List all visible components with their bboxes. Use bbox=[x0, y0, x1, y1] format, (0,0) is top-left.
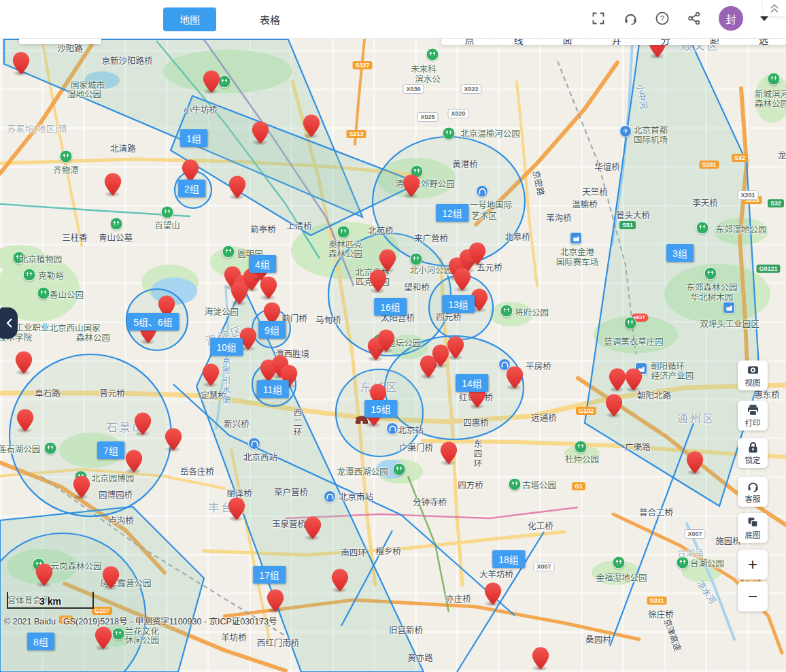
group-label[interactable]: 2组 bbox=[178, 180, 205, 197]
group-label[interactable]: 8组 bbox=[27, 633, 54, 650]
place-label: 国际赛车场 bbox=[556, 255, 599, 268]
group-label[interactable]: 16组 bbox=[374, 298, 407, 316]
place-label: 广渠路 bbox=[625, 440, 651, 453]
view-tabs: 地图 表格 bbox=[163, 7, 296, 31]
place-label: 京密引水渠 bbox=[220, 356, 233, 406]
group-label[interactable]: 1组 bbox=[180, 129, 207, 147]
map-pin[interactable] bbox=[605, 394, 623, 417]
map-pin[interactable] bbox=[447, 336, 464, 359]
map-pin[interactable] bbox=[252, 121, 269, 144]
avatar[interactable]: 封 bbox=[719, 6, 743, 31]
place-label: 普合二桥 bbox=[639, 505, 673, 518]
map-pin[interactable] bbox=[468, 242, 486, 265]
avatar-caret-icon[interactable] bbox=[760, 16, 768, 21]
map-pin[interactable] bbox=[15, 351, 33, 374]
group-label[interactable]: 7组 bbox=[97, 441, 124, 459]
group-label[interactable]: 15组 bbox=[364, 400, 397, 418]
headset-icon[interactable] bbox=[623, 11, 638, 26]
map-pin[interactable] bbox=[16, 409, 34, 432]
map-pin[interactable] bbox=[454, 268, 471, 291]
view-tool-label: 视图 bbox=[745, 377, 761, 388]
group-label[interactable]: 4组 bbox=[249, 255, 276, 273]
group-label[interactable]: 9组 bbox=[258, 321, 286, 339]
map-pin[interactable] bbox=[125, 450, 143, 473]
place-label: 羊坊桥 bbox=[221, 631, 247, 643]
map-pin[interactable] bbox=[202, 363, 220, 386]
park-icon bbox=[222, 246, 235, 258]
map-pin[interactable] bbox=[102, 566, 120, 589]
park-icon bbox=[768, 73, 781, 86]
group-region-polygon[interactable] bbox=[585, 39, 759, 506]
help-icon[interactable]: ? bbox=[655, 11, 670, 26]
map-pin[interactable] bbox=[228, 497, 245, 520]
park-icon bbox=[37, 287, 50, 300]
printer-icon bbox=[747, 404, 759, 416]
lock-tool-button[interactable]: 锁定 bbox=[738, 438, 768, 468]
map-pin[interactable] bbox=[331, 569, 349, 592]
group-label[interactable]: 18组 bbox=[492, 550, 525, 568]
support-tool-button[interactable]: 客服 bbox=[738, 477, 768, 507]
map-pin[interactable] bbox=[303, 114, 320, 137]
road-shield: G1 bbox=[572, 482, 585, 490]
map-canvas[interactable]: S327S213X036X022X025X020S225S201S32S32X2… bbox=[0, 38, 786, 672]
park-icon bbox=[393, 463, 406, 476]
group-label[interactable]: 11组 bbox=[257, 380, 289, 398]
group-label[interactable]: 10组 bbox=[210, 338, 243, 356]
map-pin[interactable] bbox=[165, 428, 182, 451]
place-label: 晋元桥 bbox=[99, 386, 125, 399]
zoom-out-button[interactable]: − bbox=[738, 582, 768, 611]
header-collapse-button[interactable] bbox=[763, 0, 786, 16]
group-label[interactable]: 17组 bbox=[253, 566, 286, 584]
fullscreen-icon[interactable] bbox=[591, 11, 606, 26]
map-pin[interactable] bbox=[440, 441, 458, 465]
metro-icon bbox=[476, 185, 488, 197]
map-pin[interactable] bbox=[609, 368, 626, 391]
map-pin[interactable] bbox=[35, 563, 53, 586]
map-pin[interactable] bbox=[203, 70, 220, 93]
map-pin[interactable] bbox=[304, 516, 322, 539]
group-label[interactable]: 14组 bbox=[456, 374, 488, 392]
map-pin[interactable] bbox=[625, 368, 643, 391]
map-pin[interactable] bbox=[95, 626, 112, 650]
map-pin[interactable] bbox=[403, 174, 420, 197]
map-pin[interactable] bbox=[686, 451, 704, 474]
map-pin[interactable] bbox=[260, 276, 277, 299]
tab-map[interactable]: 地图 bbox=[163, 7, 216, 31]
map-pin[interactable] bbox=[182, 159, 199, 182]
map-pin[interactable] bbox=[369, 269, 387, 292]
panel-collapse-toggle[interactable] bbox=[0, 307, 18, 339]
road-shield: X007 bbox=[533, 562, 554, 571]
map-pin[interactable] bbox=[532, 647, 549, 670]
print-tool-button[interactable]: 打印 bbox=[738, 401, 768, 431]
map-pin[interactable] bbox=[230, 282, 248, 305]
group-label[interactable]: 12组 bbox=[436, 204, 468, 222]
road-shield: S201 bbox=[699, 161, 719, 169]
group-label[interactable]: 3组 bbox=[666, 244, 694, 262]
zoom-in-button[interactable]: + bbox=[738, 550, 768, 579]
map-pin[interactable] bbox=[73, 475, 90, 499]
park-icon bbox=[110, 218, 123, 231]
map-pin[interactable] bbox=[506, 366, 524, 389]
road-shield: S327 bbox=[352, 61, 372, 69]
map-pin[interactable] bbox=[484, 582, 502, 605]
road-shield: S213 bbox=[346, 130, 366, 138]
map-pin[interactable] bbox=[267, 589, 284, 612]
map-pin[interactable] bbox=[377, 329, 395, 352]
map-pin[interactable] bbox=[379, 249, 396, 272]
map-pin[interactable] bbox=[134, 412, 152, 435]
road-shield: S32 bbox=[768, 199, 784, 207]
share-icon[interactable] bbox=[687, 11, 702, 26]
tab-table[interactable]: 表格 bbox=[243, 7, 296, 31]
map-pin[interactable] bbox=[228, 175, 246, 199]
group-label[interactable]: 5组、6组 bbox=[127, 313, 179, 331]
place-label: 马甸桥 bbox=[315, 313, 341, 326]
place-label: 北清路 bbox=[110, 141, 136, 154]
basemap-tool-button[interactable]: 底图 bbox=[738, 513, 768, 543]
road-shield: G102 bbox=[576, 407, 596, 415]
map-pin[interactable] bbox=[104, 173, 122, 196]
place-label: 龙 bbox=[778, 148, 786, 161]
map-pin[interactable] bbox=[12, 52, 30, 75]
group-label[interactable]: 13组 bbox=[442, 295, 475, 313]
view-tool-button[interactable]: 视图 bbox=[738, 360, 768, 390]
park-icon bbox=[704, 267, 717, 280]
